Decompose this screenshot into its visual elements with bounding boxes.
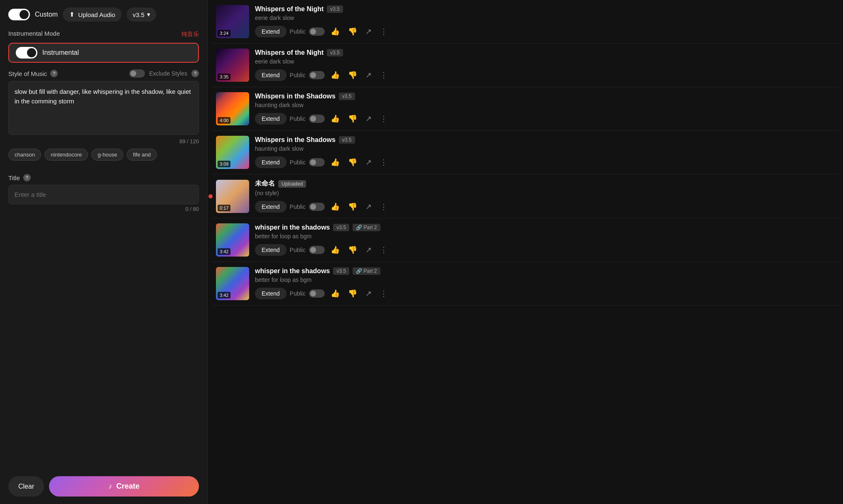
public-toggle[interactable]	[309, 158, 325, 166]
extend-button[interactable]: Extend	[255, 26, 287, 37]
tag-nintendocore[interactable]: nintendocore	[44, 149, 88, 161]
title-input[interactable]	[8, 185, 199, 204]
song-thumbnail[interactable]: 4:00	[216, 92, 249, 125]
song-thumbnail[interactable]: 3:42	[216, 267, 249, 300]
instrumental-toggle-box[interactable]: Instrumental	[8, 43, 199, 63]
upload-icon: ⬆	[69, 11, 75, 18]
more-button[interactable]: ⋮	[377, 287, 390, 300]
title-char-count: 0 / 80	[8, 206, 199, 212]
extend-button[interactable]: Extend	[255, 288, 287, 299]
dislike-button[interactable]: 👎	[346, 201, 360, 213]
dislike-button[interactable]: 👎	[346, 69, 360, 81]
public-toggle[interactable]	[309, 115, 325, 123]
song-thumbnail[interactable]: 3:42	[216, 223, 249, 257]
style-textarea[interactable]: slow but fill with danger, like whisperi…	[8, 81, 199, 135]
chevron-down-icon: ▾	[147, 11, 150, 18]
title-help-icon[interactable]: ?	[23, 174, 31, 181]
instrumental-toggle-label: Instrumental	[42, 49, 79, 56]
song-thumbnail[interactable]: 3:09	[216, 136, 249, 169]
like-button[interactable]: 👍	[328, 156, 342, 169]
exclude-help-icon[interactable]: ?	[191, 70, 199, 77]
more-button[interactable]: ⋮	[377, 113, 390, 125]
song-thumbnail[interactable]: 3:35	[216, 49, 249, 82]
more-button[interactable]: ⋮	[377, 201, 390, 213]
song-style: eerie dark slow	[255, 58, 835, 65]
exclude-styles-toggle[interactable]	[129, 69, 145, 78]
style-help-icon[interactable]: ?	[50, 70, 58, 77]
song-item: 3:35Whispers of the Nightv3.5eerie dark …	[212, 44, 839, 87]
extend-button[interactable]: Extend	[255, 69, 287, 81]
extend-button[interactable]: Extend	[255, 201, 287, 213]
song-thumbnail[interactable]: 3:24	[216, 5, 249, 38]
like-button[interactable]: 👍	[328, 113, 342, 125]
share-button[interactable]: ↗	[363, 244, 374, 256]
version-button[interactable]: v3.5 ▾	[127, 7, 156, 22]
like-button[interactable]: 👍	[328, 287, 342, 300]
song-duration: 3:42	[218, 248, 230, 255]
extend-button[interactable]: Extend	[255, 244, 287, 256]
like-button[interactable]: 👍	[328, 244, 342, 256]
share-button[interactable]: ↗	[363, 156, 374, 169]
song-duration: 3:42	[218, 292, 230, 298]
custom-toggle[interactable]	[8, 9, 30, 20]
song-title: Whispers of the Night	[255, 5, 323, 13]
song-actions: ExtendPublic👍👎↗⋮	[255, 69, 835, 81]
public-toggle[interactable]	[309, 289, 325, 298]
song-thumbnail[interactable]: 0:17	[216, 180, 249, 213]
dislike-button[interactable]: 👎	[346, 244, 360, 256]
song-info: Whispers in the Shadowsv3.5haunting dark…	[255, 93, 835, 125]
title-label: Title	[8, 174, 20, 181]
song-title: 未命名	[255, 179, 275, 188]
share-button[interactable]: ↗	[363, 69, 374, 81]
like-button[interactable]: 👍	[328, 69, 342, 81]
song-actions: ExtendPublic👍👎↗⋮	[255, 25, 835, 38]
instrumental-toggle[interactable]	[16, 47, 37, 59]
song-info: Whispers of the Nightv3.5eerie dark slow…	[255, 49, 835, 81]
version-badge: v3.5	[327, 49, 343, 56]
notification-dot	[208, 194, 213, 198]
tag-fife-and[interactable]: fife and	[127, 149, 157, 161]
more-button[interactable]: ⋮	[377, 244, 390, 256]
clear-button[interactable]: Clear	[8, 476, 44, 497]
version-label: v3.5	[132, 11, 144, 18]
public-toggle[interactable]	[309, 246, 325, 254]
dislike-button[interactable]: 👎	[346, 113, 360, 125]
extend-button[interactable]: Extend	[255, 113, 287, 125]
create-button[interactable]: ♪ Create	[49, 476, 199, 497]
song-title: Whispers in the Shadows	[255, 136, 336, 144]
public-label: Public	[290, 159, 306, 166]
song-actions: ExtendPublic👍👎↗⋮	[255, 201, 835, 213]
share-button[interactable]: ↗	[363, 287, 374, 300]
like-button[interactable]: 👍	[328, 201, 342, 213]
tag-g-house[interactable]: g-house	[91, 149, 123, 161]
version-badge: v3.5	[339, 136, 355, 144]
share-button[interactable]: ↗	[363, 25, 374, 38]
public-toggle[interactable]	[309, 27, 325, 36]
style-section: Style of Music ? Exclude Styles ? slow b…	[8, 69, 199, 169]
upload-audio-button[interactable]: ⬆ Upload Audio	[63, 7, 122, 22]
song-actions: ExtendPublic👍👎↗⋮	[255, 156, 835, 169]
song-item: 4:00Whispers in the Shadowsv3.5haunting …	[212, 87, 839, 131]
song-duration: 3:35	[218, 73, 230, 80]
public-toggle[interactable]	[309, 71, 325, 79]
part-badge: 🔗 Part 2	[353, 267, 380, 275]
share-button[interactable]: ↗	[363, 113, 374, 125]
share-button[interactable]: ↗	[363, 201, 374, 213]
song-item: 3:09Whispers in the Shadowsv3.5haunting …	[212, 131, 839, 174]
dislike-button[interactable]: 👎	[346, 25, 360, 38]
more-button[interactable]: ⋮	[377, 25, 390, 38]
song-actions: ExtendPublic👍👎↗⋮	[255, 244, 835, 256]
style-char-count: 89 / 120	[8, 138, 199, 144]
public-toggle[interactable]	[309, 203, 325, 211]
tag-chanson[interactable]: chanson	[8, 149, 41, 161]
more-button[interactable]: ⋮	[377, 156, 390, 169]
more-button[interactable]: ⋮	[377, 69, 390, 81]
dislike-button[interactable]: 👎	[346, 287, 360, 300]
like-button[interactable]: 👍	[328, 25, 342, 38]
extend-button[interactable]: Extend	[255, 157, 287, 168]
song-info: whisper in the shadowsv3.5🔗 Part 2better…	[255, 267, 835, 300]
song-style: better for loop as bgm	[255, 276, 835, 283]
style-header: Style of Music ? Exclude Styles ?	[8, 69, 199, 78]
song-info: 未命名Uploaded(no style)ExtendPublic👍👎↗⋮	[255, 179, 835, 213]
dislike-button[interactable]: 👎	[346, 156, 360, 169]
